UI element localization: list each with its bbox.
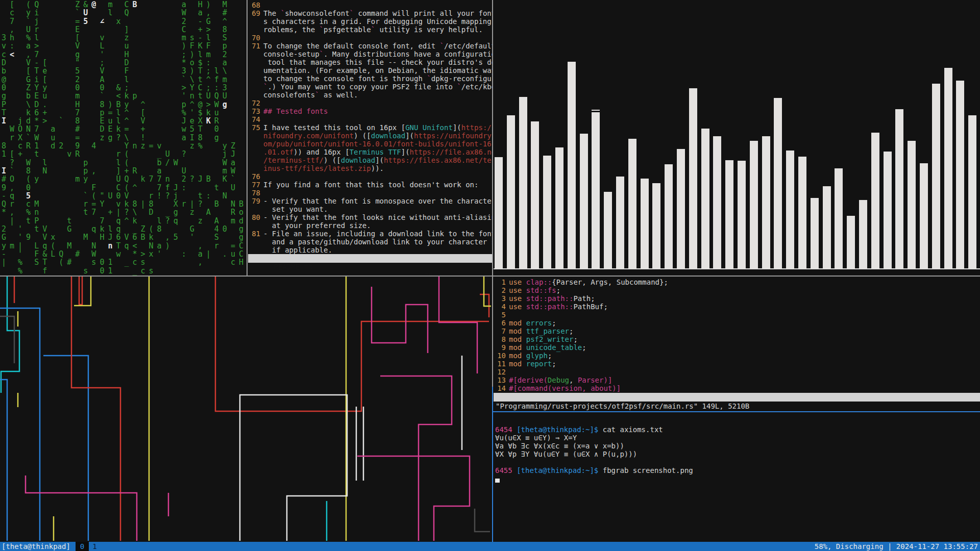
pipes-art (0, 277, 493, 541)
bar (944, 68, 952, 268)
bar (616, 177, 624, 268)
window-tab-1[interactable]: 1 (89, 542, 100, 551)
bar (555, 147, 564, 268)
bar (677, 149, 685, 268)
pane-pipes[interactable] (0, 277, 493, 541)
readme-text: 6869The `showconsolefont` command will p… (249, 1, 493, 254)
window-tab-0[interactable]: 0 (76, 542, 89, 551)
bar (920, 163, 928, 268)
bar (908, 141, 916, 268)
bar (641, 179, 649, 268)
peak-marker (592, 110, 600, 111)
bar (762, 136, 770, 268)
vim-file-message: "Programming/rust-projects/otf2psf/src/m… (496, 402, 749, 410)
bar (968, 115, 976, 268)
bar (665, 164, 673, 268)
bar (786, 151, 794, 268)
bar (956, 81, 964, 268)
divider-horizontal-middle[interactable] (0, 276, 980, 277)
pane-shell-terminal[interactable]: 6454 [theta@thinkpad:~]$ cat axioms.txt∀… (494, 425, 980, 541)
cmatrix-rain: [ (Q Z&@ m CB a H) M c yi `U l Q W a, # … (0, 0, 247, 275)
bar (580, 134, 588, 268)
vim-statusline-readme: README.md 79,1 85% (248, 254, 493, 263)
pane-cmatrix[interactable]: [ (Q Z&@ m CB a H) M c yi `U l Q W a, # … (0, 0, 247, 276)
pane-vim-readme[interactable]: 6869The `showconsolefont` command will p… (248, 0, 493, 276)
divider-vertical-bottom-active[interactable] (492, 387, 493, 542)
bar (823, 186, 831, 268)
bar (932, 84, 940, 268)
session-name: [theta@thinkpad] (0, 542, 70, 551)
bar (750, 141, 758, 268)
bar (835, 168, 843, 268)
bar (543, 156, 551, 268)
vim-statusline-rust: Programming/rust-projects/otf2psf/src/ma… (494, 393, 980, 402)
pane-bar-visualizer[interactable] (494, 0, 980, 276)
divider-vertical-bottom-gray[interactable] (492, 277, 493, 387)
divider-horizontal-active[interactable] (493, 411, 980, 412)
bar (811, 198, 819, 268)
pane-vim-rust[interactable]: 1use clap::{Parser, Args, Subcommand};2u… (494, 277, 980, 411)
readme-cursor-pos: 79,1 (424, 271, 442, 276)
bar (652, 183, 660, 268)
tmux-status-bar: [theta@thinkpad] 0 1 58%, Discharging | … (0, 542, 980, 551)
bar (859, 200, 867, 268)
bar (689, 88, 697, 268)
bar (568, 62, 576, 268)
rust-code: 1use clap::{Parser, Args, Subcommand};2u… (495, 278, 980, 392)
bar (847, 216, 855, 268)
bar (774, 98, 782, 268)
bar (628, 139, 636, 268)
bar (798, 157, 806, 268)
bar (725, 160, 733, 268)
bar (895, 109, 903, 268)
bar (871, 133, 879, 268)
terminal-cursor (495, 479, 500, 483)
bar (592, 112, 600, 268)
bar (701, 129, 709, 268)
terminal-output: 6454 [theta@thinkpad:~]$ cat axioms.txt∀… (494, 425, 980, 474)
bar (519, 97, 527, 268)
readme-filename: README.md (274, 263, 313, 271)
bar (507, 115, 515, 268)
tmux-screen: [ (Q Z&@ m CB a H) M c yi `U l Q W a, # … (0, 0, 980, 551)
divider-vertical-top-left[interactable] (247, 0, 248, 276)
bar (604, 192, 612, 268)
bar (884, 152, 892, 268)
bar (531, 121, 539, 268)
bar (495, 157, 503, 268)
bar (738, 161, 746, 268)
chart-baseline (494, 268, 980, 269)
status-right-battery-clock: 58%, Discharging | 2024-11-27 13:55:27 (815, 542, 980, 551)
bar (713, 136, 721, 268)
divider-vertical-top-right[interactable] (492, 0, 493, 276)
